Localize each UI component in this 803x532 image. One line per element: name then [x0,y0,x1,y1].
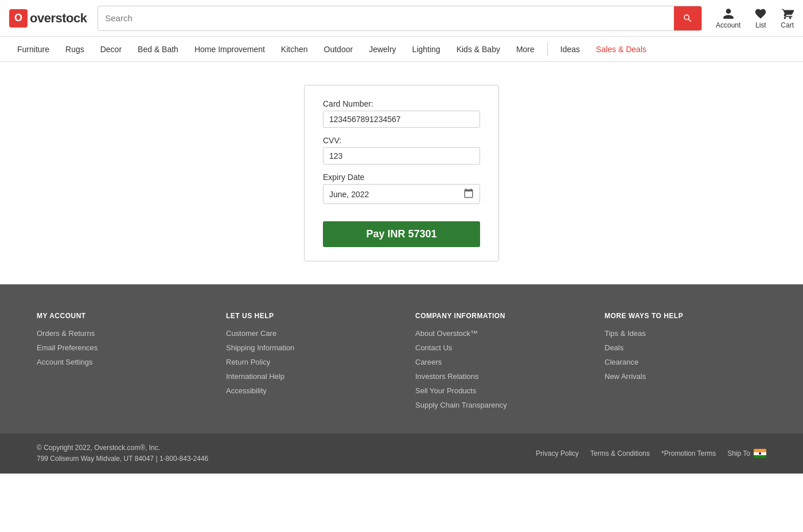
nav-item-sales-deals[interactable]: Sales & Deals [588,37,654,62]
search-icon [683,13,693,24]
footer-link-supply-chain[interactable]: Supply Chain Transparency [415,401,577,409]
company-info-title: COMPANY INFORMATION [415,312,577,320]
footer-more-ways: MORE WAYS TO HELP Tips & Ideas Deals Cle… [605,312,766,415]
footer-link-customer-care[interactable]: Customer Care [226,329,388,338]
footer-link-orders-returns[interactable]: Orders & Returns [37,329,198,338]
header-actions: Account List Cart [716,7,794,29]
card-number-group: Card Number: [323,99,480,128]
terms-conditions-link[interactable]: Terms & Conditions [590,449,650,457]
footer-link-sell-products[interactable]: Sell Your Products [415,386,577,395]
pay-button[interactable]: Pay INR 57301 [323,221,480,247]
payment-form: Card Number: CVV: Expiry Date Pay INR 57… [304,85,499,261]
my-account-title: MY ACCOUNT [37,312,198,320]
footer-columns: MY ACCOUNT Orders & Returns Email Prefer… [37,312,766,415]
list-action[interactable]: List [754,7,767,29]
expiry-date-field[interactable] [323,184,480,204]
cvv-label: CVV: [323,136,480,145]
nav-divider [547,42,548,56]
account-icon [722,7,735,20]
nav-item-bed-bath[interactable]: Bed & Bath [130,37,186,62]
footer-link-careers[interactable]: Careers [415,358,577,366]
ship-to-label: Ship To [727,449,750,457]
expiry-label: Expiry Date [323,173,480,182]
footer-link-about[interactable]: About Overstock™ [415,329,577,338]
footer-link-international-help[interactable]: International Help [226,372,388,381]
footer-link-deals[interactable]: Deals [605,343,766,352]
footer-link-tips-ideas[interactable]: Tips & Ideas [605,329,766,338]
logo-icon: O [9,9,28,28]
nav-item-decor[interactable]: Decor [92,37,130,62]
flag-dot [759,452,761,455]
list-icon [754,7,767,20]
logo-tm: . [87,15,88,21]
card-number-input[interactable] [323,111,480,128]
nav-item-kitchen[interactable]: Kitchen [273,37,316,62]
footer-link-contact[interactable]: Contact Us [415,343,577,352]
nav-item-more[interactable]: More [508,37,543,62]
expiry-group: Expiry Date [323,173,480,204]
footer-copyright-block: © Copyright 2022, Overstock.com®, Inc. 7… [37,443,208,464]
logo-text: overstock [30,11,87,26]
search-input[interactable] [98,13,674,23]
main-content: Card Number: CVV: Expiry Date Pay INR 57… [0,62,803,284]
nav-item-outdoor[interactable]: Outdoor [316,37,361,62]
footer-link-return-policy[interactable]: Return Policy [226,358,388,366]
nav-item-furniture[interactable]: Furniture [9,37,57,62]
footer-links: MY ACCOUNT Orders & Returns Email Prefer… [0,284,803,433]
card-number-label: Card Number: [323,99,480,108]
expiry-date-input[interactable] [329,190,463,199]
nav-item-lighting[interactable]: Lighting [404,37,449,62]
footer-let-us-help: LET US HELP Customer Care Shipping Infor… [226,312,388,415]
footer-link-account-settings[interactable]: Account Settings [37,358,198,366]
nav-item-ideas[interactable]: Ideas [552,37,588,62]
footer-address: 799 Coliseum Way Midvale, UT 84047 | 1-8… [37,453,208,464]
let-us-help-title: LET US HELP [226,312,388,320]
india-flag [754,449,766,458]
calendar-icon[interactable] [463,188,474,200]
flag-green [754,455,766,458]
nav-item-rugs[interactable]: Rugs [57,37,92,62]
search-button[interactable] [674,6,701,31]
privacy-policy-link[interactable]: Privacy Policy [536,449,579,457]
footer-link-shipping[interactable]: Shipping Information [226,343,388,352]
footer-copyright: © Copyright 2022, Overstock.com®, Inc. [37,443,208,453]
footer-link-new-arrivals[interactable]: New Arrivals [605,372,766,381]
list-label: List [755,21,766,29]
footer-link-investors[interactable]: Investors Relations [415,372,577,381]
nav-item-kids-baby[interactable]: Kids & Baby [449,37,508,62]
cart-icon [781,7,794,20]
cart-action[interactable]: Cart [781,7,794,29]
footer: MY ACCOUNT Orders & Returns Email Prefer… [0,284,803,474]
footer-my-account: MY ACCOUNT Orders & Returns Email Prefer… [37,312,198,415]
footer-bottom: © Copyright 2022, Overstock.com®, Inc. 7… [0,433,803,474]
account-action[interactable]: Account [716,7,740,29]
more-ways-title: MORE WAYS TO HELP [605,312,766,320]
search-bar [98,6,702,31]
footer-company-info: COMPANY INFORMATION About Overstock™ Con… [415,312,577,415]
account-label: Account [716,21,740,29]
ship-to-block: Ship To [727,449,766,458]
promo-terms-link[interactable]: *Promotion Terms [661,449,716,457]
footer-bottom-links: Privacy Policy Terms & Conditions *Promo… [536,449,766,458]
cvv-group: CVV: [323,136,480,165]
cvv-input[interactable] [323,147,480,165]
cart-label: Cart [781,21,794,29]
footer-link-email-prefs[interactable]: Email Preferences [37,343,198,352]
nav-item-home-improvement[interactable]: Home Improvement [186,37,273,62]
logo[interactable]: O overstock . [9,9,88,28]
main-nav: Furniture Rugs Decor Bed & Bath Home Imp… [0,37,803,62]
footer-link-accessibility[interactable]: Accessibility [226,386,388,395]
header: O overstock . Account List Car [0,0,803,37]
footer-link-clearance[interactable]: Clearance [605,358,766,366]
nav-item-jewelry[interactable]: Jewelry [361,37,404,62]
